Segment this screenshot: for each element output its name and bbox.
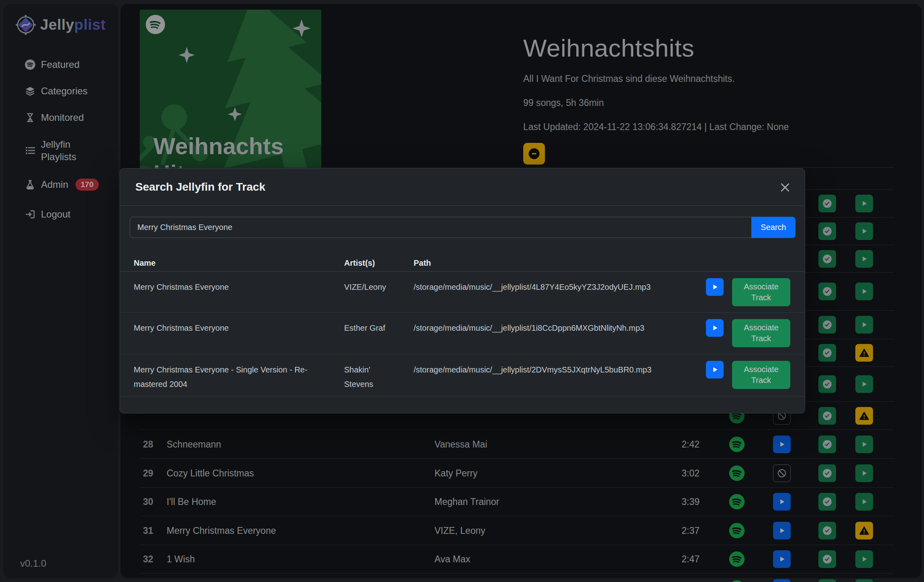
- preview-play-button[interactable]: [706, 319, 724, 337]
- result-name: Merry Christmas Everyone - Single Versio…: [134, 362, 322, 391]
- search-jellyfin-modal: Search Jellyfin for Track Search Name Ar…: [120, 168, 805, 413]
- play-icon: [710, 283, 719, 291]
- search-results: Merry Christmas Everyone VIZE/Leony /sto…: [120, 272, 805, 397]
- result-path: /storage/media/music/__jellyplist/1i8CcD…: [414, 321, 699, 335]
- preview-play-button[interactable]: [706, 361, 724, 379]
- modal-title: Search Jellyfin for Track: [135, 181, 265, 193]
- column-name: Name: [134, 258, 155, 268]
- search-result-row: Merry Christmas Everyone Esther Graf /st…: [120, 313, 805, 354]
- column-artists: Artist(s): [344, 258, 375, 268]
- results-table-header: Name Artist(s) Path: [120, 258, 805, 272]
- play-icon: [710, 365, 719, 374]
- result-name: Merry Christmas Everyone: [134, 321, 322, 335]
- search-button[interactable]: Search: [751, 217, 795, 238]
- search-result-row: Merry Christmas Everyone - Single Versio…: [120, 354, 805, 397]
- associate-track-button[interactable]: Associate Track: [732, 278, 790, 306]
- result-path: /storage/media/music/__jellyplist/2DVmys…: [414, 362, 699, 377]
- result-artists: VIZE/Leony: [344, 280, 392, 294]
- close-icon[interactable]: [778, 181, 792, 194]
- track-search-input[interactable]: [130, 217, 751, 238]
- associate-track-button[interactable]: Associate Track: [732, 319, 790, 347]
- result-artists: Shakin' Stevens: [344, 362, 392, 391]
- app-root: Jellyplist Featured Categories: [0, 0, 924, 582]
- result-path: /storage/media/music/__jellyplist/4L87Y4…: [414, 280, 699, 294]
- column-path: Path: [414, 258, 431, 268]
- play-icon: [710, 324, 719, 332]
- modal-header-divider: [120, 206, 805, 206]
- result-artists: Esther Graf: [344, 321, 392, 335]
- associate-track-button[interactable]: Associate Track: [732, 361, 790, 389]
- preview-play-button[interactable]: [706, 278, 724, 296]
- result-name: Merry Christmas Everyone: [134, 280, 322, 294]
- search-result-row: Merry Christmas Everyone VIZE/Leony /sto…: [120, 272, 805, 313]
